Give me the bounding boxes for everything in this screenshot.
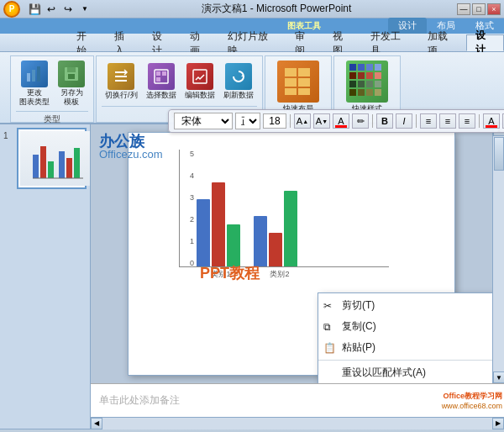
svg-rect-36 (59, 151, 65, 178)
slide-and-scroll: 办公族 Officezu.com PPT教程 5 4 3 (91, 124, 504, 383)
tab-slideshow[interactable]: 幻灯片放映 (218, 34, 286, 51)
tab-chart-design[interactable]: 设计 (466, 34, 504, 51)
mini-toolbar: 宋体 正正 A▲ A▼ A ✏ B I ≡ ≡ ≡ A 注 注 注 (168, 109, 504, 133)
font-style-select[interactable]: 正正 (235, 113, 260, 129)
save-as-template-btn[interactable]: 另存为模板 (55, 58, 88, 109)
slide-thumbnail[interactable] (17, 128, 87, 189)
ribbon-group-type: 更改图表类型 另存为模板 类型 (10, 55, 94, 123)
highlight-btn[interactable]: ✏ (352, 113, 369, 129)
context-menu: ✂ 剪切(T) ⧉ 复制(C) 📋 粘贴(P) 重设以匹配样式(A) (318, 292, 492, 383)
svg-rect-28 (375, 81, 381, 87)
svg-rect-0 (27, 73, 30, 82)
svg-rect-8 (162, 71, 166, 76)
watermark-line2: Officezu.com (99, 148, 163, 161)
quick-layout-btn[interactable]: 快速布局 (274, 58, 323, 117)
more-quick-btn[interactable]: ▼ (77, 2, 92, 17)
office-logo: P (3, 1, 20, 18)
ctx-cut[interactable]: ✂ 剪切(T) (318, 295, 492, 316)
h-scroll-track[interactable] (102, 418, 492, 429)
svg-rect-29 (349, 89, 356, 96)
svg-rect-23 (366, 72, 373, 79)
svg-rect-10 (193, 70, 207, 83)
minimize-btn[interactable]: — (457, 3, 470, 15)
bar-1-series-3 (227, 224, 240, 266)
svg-rect-9 (156, 77, 160, 82)
bar-1-series-2 (212, 182, 225, 266)
font-color-btn[interactable]: A (333, 113, 349, 129)
quick-style-icon (346, 61, 388, 103)
align-right-btn[interactable]: ≡ (459, 113, 475, 129)
svg-rect-1 (32, 70, 35, 82)
tab-insert[interactable]: 插入 (105, 34, 143, 51)
select-data-icon (148, 63, 175, 90)
toolbar-divider-3 (416, 114, 417, 128)
svg-rect-13 (285, 78, 297, 87)
chart-type-icon (21, 61, 48, 87)
svg-rect-35 (48, 161, 54, 178)
switch-row-col-btn[interactable]: 切换行/列 (102, 61, 141, 103)
quick-layout-icon (277, 61, 319, 103)
tab-addins[interactable]: 加载项 (418, 34, 466, 51)
scroll-track[interactable] (493, 136, 504, 371)
toolbar-divider-1 (290, 114, 291, 128)
scroll-right-btn[interactable]: ▶ (492, 418, 504, 429)
quick-style-btn[interactable]: 快速样式 (343, 58, 391, 117)
ctx-copy[interactable]: ⧉ 复制(C) (318, 316, 492, 337)
increase-font-btn[interactable]: A▲ (294, 113, 311, 129)
tab-home[interactable]: 开始 (67, 34, 105, 51)
font-size-input[interactable] (263, 113, 286, 129)
slide-editor: 办公族 Officezu.com PPT教程 5 4 3 (91, 124, 492, 383)
svg-rect-21 (349, 72, 356, 79)
restore-btn[interactable]: □ (472, 3, 486, 15)
redo-btn[interactable]: ↪ (60, 2, 76, 17)
change-chart-type-btn[interactable]: 更改图表类型 (16, 58, 53, 109)
svg-rect-33 (33, 155, 39, 178)
tab-design[interactable]: 设计 (143, 34, 181, 51)
thumb-chart (29, 138, 87, 180)
svg-rect-38 (74, 148, 80, 178)
undo-btn[interactable]: ↩ (44, 2, 59, 17)
svg-rect-34 (40, 146, 46, 178)
bold-btn[interactable]: B (376, 113, 393, 129)
italic-btn[interactable]: I (396, 113, 412, 129)
tab-animation[interactable]: 动画 (181, 34, 218, 51)
edit-data-btn[interactable]: 编辑数据 (181, 61, 218, 103)
edit-data-label: 编辑数据 (185, 91, 215, 100)
group-type-label: 类型 (16, 111, 88, 125)
switch-label: 切换行/列 (105, 91, 138, 100)
svg-rect-26 (358, 81, 365, 87)
toolbar-divider-2 (372, 114, 373, 128)
quick-access-toolbar: 💾 ↩ ↪ ▼ (24, 2, 96, 17)
slide-notes[interactable]: 单击此处添加备注 (91, 383, 504, 417)
save-quick-btn[interactable]: 💾 (27, 2, 42, 17)
decrease-font-btn[interactable]: A▼ (313, 113, 330, 129)
main-area: 1 (0, 124, 504, 429)
close-btn[interactable]: × (487, 3, 501, 15)
scroll-left-btn[interactable]: ◀ (91, 418, 102, 429)
scroll-down-btn[interactable]: ▼ (493, 371, 504, 383)
ctx-reset-style[interactable]: 重设以匹配样式(A) (318, 362, 492, 383)
svg-rect-31 (366, 89, 373, 96)
select-data-btn[interactable]: 选择数据 (143, 61, 180, 103)
paste-icon: 📋 (323, 342, 336, 354)
align-center-btn[interactable]: ≡ (439, 113, 456, 129)
font-color-2-btn[interactable]: A (483, 113, 500, 129)
svg-rect-16 (298, 88, 310, 95)
bar-1-series-1 (197, 199, 210, 266)
slide-number: 1 (3, 131, 8, 140)
bar-2-series-1 (254, 216, 267, 266)
svg-rect-17 (349, 64, 356, 71)
tab-review[interactable]: 审阅 (286, 34, 323, 51)
scroll-thumb[interactable] (494, 137, 504, 171)
tab-view[interactable]: 视图 (323, 34, 361, 51)
ctx-paste[interactable]: 📋 粘贴(P) (318, 337, 492, 358)
window-title: 演示文稿1 - Microsoft PowerPoint (96, 2, 457, 16)
svg-rect-19 (366, 64, 373, 71)
save-template-icon (58, 61, 85, 87)
font-select[interactable]: 宋体 (174, 113, 233, 129)
ribbon-tabs: 开始 插入 设计 动画 幻灯片放映 审阅 视图 开发工具 加载项 设计 (0, 34, 504, 52)
tab-developer[interactable]: 开发工具 (361, 34, 418, 51)
refresh-data-btn[interactable]: 刷新数据 (220, 61, 257, 103)
align-left-btn[interactable]: ≡ (420, 113, 437, 129)
select-data-label: 选择数据 (146, 91, 176, 100)
